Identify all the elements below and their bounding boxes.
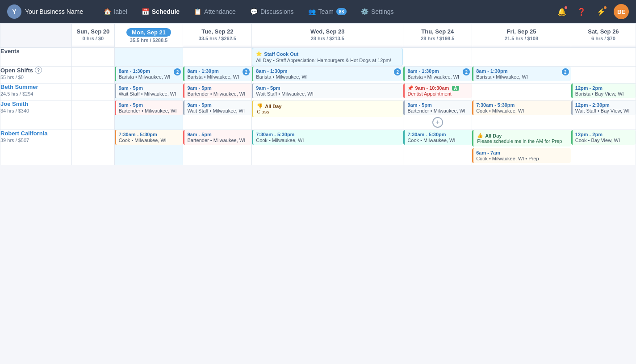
col-fri: Fri, Sep 25 21.5 hrs / $108	[472, 24, 571, 48]
cell-joe-wed: 👎 All Day Class	[252, 100, 403, 130]
row-sub-beth: 24.5 hrs / $294	[0, 91, 71, 96]
day-header-wed: Wed, Sep 23 28 hrs / $213.5	[252, 24, 403, 46]
shift-beth-sat[interactable]: 12pm - 2pm Barista • Bay View, WI	[571, 84, 636, 98]
day-header-thu: Thu, Sep 24 28 hrs / $198.5	[403, 24, 472, 46]
shift-joe-thu[interactable]: 9am - 5pm Bartender • Milwaukee, WI	[403, 100, 472, 115]
day-name-sat: Sat, Sep 26	[575, 28, 632, 35]
row-label-open-shifts: Open Shifts ? 55 hrs / $0	[0, 67, 72, 84]
lightning-btn[interactable]: ⚡	[594, 4, 608, 19]
topnav-right: 🔔 ❓ ⚡ BE	[555, 4, 629, 19]
shift-robert-tue[interactable]: 9am - 5pm Bartender • Milwaukee, WI	[183, 130, 251, 145]
cell-open-sat	[571, 67, 636, 84]
shift-joe-tue[interactable]: 9am - 5pm Wait Staff • Milwaukee, WI	[183, 100, 251, 115]
row-open-shifts: Open Shifts ? 55 hrs / $0 8am - 1:30pm B…	[0, 67, 636, 84]
nav-schedule[interactable]: 📅 Schedule	[135, 5, 186, 18]
row-title-beth: Beth Summer	[0, 84, 71, 90]
thumb-icon: 👎	[257, 103, 263, 109]
user-avatar-btn[interactable]: BE	[614, 4, 629, 19]
brand-avatar: Y	[7, 4, 21, 19]
event-staff-cookout[interactable]: ⭐ Staff Cook Out All Day • Staff Appreci…	[252, 48, 403, 66]
shift-joe-fri[interactable]: 7:30am - 5:30pm Cook • Milwaukee, WI	[472, 100, 571, 115]
shift-beth-wed[interactable]: 9am - 5pm Wait Staff • Milwaukee, WI	[252, 84, 403, 98]
cell-events-sat	[571, 48, 636, 67]
nav-discussions[interactable]: 💬 Discussions	[244, 5, 300, 18]
day-name-sun: Sun, Sep 20	[75, 28, 111, 35]
team-badge: 88	[336, 8, 347, 15]
day-hrs-sat: 6 hrs / $70	[575, 36, 632, 41]
cell-open-mon: 8am - 1:30pm Barista • Milwaukee, WI 2	[114, 67, 183, 84]
row-title-open-shifts: Open Shifts ?	[0, 67, 71, 74]
day-header-sun: Sun, Sep 20 0 hrs / $0	[72, 24, 114, 46]
day-name-thu: Thu, Sep 24	[407, 28, 468, 35]
col-mon: Mon, Sep 21 35.5 hrs / $288.5	[114, 24, 183, 48]
nav-attendance[interactable]: 📋 Attendance	[188, 5, 242, 18]
discussions-icon: 💬	[250, 8, 258, 15]
event-title: ⭐ Staff Cook Out	[256, 51, 399, 57]
settings-icon: ⚙️	[361, 8, 368, 15]
day-hrs-sun: 0 hrs / $0	[75, 36, 111, 41]
row-label-robert: Robert California 39 hrs / $507	[0, 130, 72, 165]
cell-joe-sat: 12pm - 2:30pm Wait Staff • Bay View, WI	[571, 100, 636, 130]
shift-robert-thu[interactable]: 7:30am - 5:30pm Cook • Milwaukee, WI	[403, 130, 472, 145]
day-header-mon: Mon, Sep 21 35.5 hrs / $288.5	[115, 24, 183, 47]
shift-robert-sat[interactable]: 12pm - 2pm Cook • Bay View, WI	[571, 130, 636, 145]
open-shift-tue[interactable]: 8am - 1:30pm Barista • Milwaukee, WI 2	[183, 67, 251, 81]
help-icon-open-shifts[interactable]: ?	[35, 67, 42, 74]
row-title-robert: Robert California	[0, 130, 71, 137]
shift-robert-mon[interactable]: 7:30am - 5:30pm Cook • Milwaukee, WI	[115, 130, 183, 145]
help-btn[interactable]: ❓	[574, 4, 589, 19]
cell-events-thu	[403, 48, 472, 67]
brand[interactable]: Y Your Business Name	[7, 4, 83, 19]
day-hrs-wed: 28 hrs / $213.5	[255, 36, 399, 41]
day-header-sat: Sat, Sep 26 6 hrs / $70	[571, 24, 636, 46]
event-sub: All Day • Staff Appreciation: Hamburgers…	[256, 58, 399, 63]
schedule-icon: 📅	[142, 8, 149, 15]
row-sub-robert: 39 hrs / $507	[0, 138, 71, 143]
cell-joe-mon: 9am - 5pm Bartender • Milwaukee, WI	[114, 100, 183, 130]
allday-robert-fri[interactable]: 👍 All Day Please schedule me in the AM f…	[472, 130, 571, 146]
cell-beth-thu: 📌 9am - 10:30am A Dentist Appointment	[403, 84, 472, 100]
cell-open-thu: 8am - 1:30pm Barista • Milwaukee, WI 2	[403, 67, 472, 84]
row-robert-california: Robert California 39 hrs / $507 7:30am -…	[0, 130, 636, 165]
day-hrs-tue: 33.5 hrs / $262.5	[187, 36, 248, 41]
hand-icon: 👍	[477, 133, 483, 138]
cell-beth-fri	[472, 84, 571, 100]
cell-events-sun	[72, 48, 115, 67]
col-wed: Wed, Sep 23 28 hrs / $213.5	[252, 24, 403, 48]
row-label-events: Events	[0, 48, 72, 67]
open-shift-fri[interactable]: 8am - 1:30pm Barista • Milwaukee, WI 2	[472, 67, 571, 81]
notifications-btn[interactable]: 🔔	[555, 4, 569, 19]
header-row: Sun, Sep 20 0 hrs / $0 Mon, Sep 21 35.5 …	[0, 24, 636, 48]
shift-robert-fri-extra[interactable]: 6am - 7am Cook • Milwaukee, WI • Prep	[472, 148, 571, 163]
cell-events-mon	[114, 48, 183, 67]
col-thu: Thu, Sep 24 28 hrs / $198.5	[403, 24, 472, 48]
open-shift-mon[interactable]: 8am - 1:30pm Barista • Milwaukee, WI 2	[115, 67, 183, 81]
day-header-fri: Fri, Sep 25 21.5 hrs / $108	[472, 24, 571, 46]
shift-beth-tue[interactable]: 9am - 5pm Bartender • Milwaukee, WI	[183, 84, 251, 98]
col-sun: Sun, Sep 20 0 hrs / $0	[72, 24, 115, 48]
appt-beth-thu[interactable]: 📌 9am - 10:30am A Dentist Appointment	[403, 84, 472, 98]
shift-joe-mon[interactable]: 9am - 5pm Bartender • Milwaukee, WI	[115, 100, 183, 115]
row-title-events: Events	[0, 48, 71, 54]
cell-robert-fri: 👍 All Day Please schedule me in the AM f…	[472, 130, 571, 165]
open-shift-wed[interactable]: 8am - 1:30pm Barista • Milwaukee, WI 2	[252, 67, 403, 81]
nav-settings[interactable]: ⚙️ Settings	[355, 5, 400, 18]
day-hrs-thu: 28 hrs / $198.5	[407, 36, 468, 41]
shift-joe-sat[interactable]: 12pm - 2:30pm Wait Staff • Bay View, WI	[571, 100, 636, 115]
cell-events-wed: ⭐ Staff Cook Out All Day • Staff Appreci…	[252, 48, 403, 67]
nav-home[interactable]: 🏠 label	[97, 5, 134, 18]
shift-beth-mon[interactable]: 9am - 5pm Wait Staff • Milwaukee, WI	[115, 84, 183, 98]
day-name-fri: Fri, Sep 25	[476, 28, 567, 35]
day-name-tue: Tue, Sep 22	[187, 28, 248, 35]
add-shift-joe-thu[interactable]: +	[432, 117, 443, 128]
day-hrs-fri: 21.5 hrs / $108	[476, 36, 567, 41]
shift-robert-wed[interactable]: 7:30am - 5:30pm Cook • Milwaukee, WI	[252, 130, 403, 145]
appt-label: A	[452, 86, 459, 91]
nav-team[interactable]: 👥 Team 88	[302, 5, 353, 18]
team-icon: 👥	[308, 8, 316, 15]
allday-joe-wed[interactable]: 👎 All Day Class	[252, 100, 403, 117]
open-shift-thu[interactable]: 8am - 1:30pm Barista • Milwaukee, WI 2	[403, 67, 472, 81]
day-header-tue: Tue, Sep 22 33.5 hrs / $262.5	[183, 24, 251, 46]
day-hrs-mon: 35.5 hrs / $288.5	[118, 38, 180, 43]
cell-beth-sun	[72, 84, 115, 100]
